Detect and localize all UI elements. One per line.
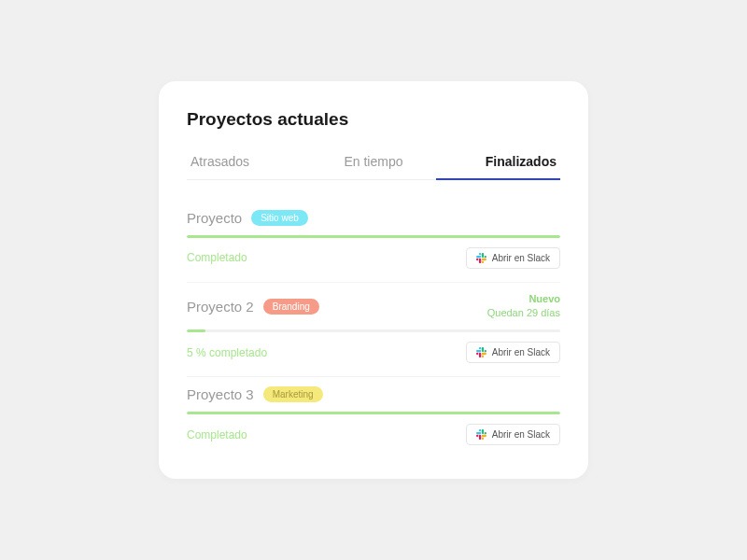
project-side-info: Nuevo Quedan 29 días — [487, 292, 560, 321]
project-row: Proyecto 3 Marketing Completado Abrir en… — [187, 377, 560, 445]
progress-bar — [187, 329, 560, 332]
project-name: Proyecto 2 — [187, 299, 254, 315]
tab-overdue[interactable]: Atrasados — [187, 147, 311, 180]
project-header: Proyecto 2 Branding Nuevo Quedan 29 días — [187, 292, 560, 321]
project-row: Proyecto Sitio web Completado Abrir en S… — [187, 201, 560, 283]
project-footer: Completado Abrir en Slack — [187, 247, 560, 269]
progress-bar — [187, 235, 560, 238]
slack-icon — [476, 429, 486, 440]
project-status: Completado — [187, 428, 247, 441]
project-name-wrap: Proyecto Sitio web — [187, 210, 308, 226]
open-in-slack-button[interactable]: Abrir en Slack — [466, 247, 560, 269]
open-in-slack-button[interactable]: Abrir en Slack — [466, 342, 560, 363]
project-tag: Sitio web — [251, 210, 308, 226]
project-name: Proyecto 3 — [187, 386, 254, 402]
project-tag: Marketing — [263, 386, 323, 402]
project-row: Proyecto 2 Branding Nuevo Quedan 29 días… — [187, 283, 560, 378]
project-new-badge: Nuevo — [487, 292, 560, 306]
progress-fill — [187, 412, 560, 414]
project-name-wrap: Proyecto 2 Branding — [187, 299, 319, 315]
progress-fill — [187, 235, 560, 238]
tab-on-time[interactable]: En tiempo — [311, 147, 435, 180]
progress-fill — [187, 329, 205, 332]
card-title: Proyectos actuales — [187, 109, 560, 130]
slack-button-label: Abrir en Slack — [492, 347, 550, 357]
slack-icon — [476, 347, 486, 357]
slack-icon — [476, 253, 486, 263]
project-footer: 5 % completado Abrir en Slack — [187, 342, 560, 363]
tab-finished[interactable]: Finalizados — [436, 147, 560, 180]
open-in-slack-button[interactable]: Abrir en Slack — [466, 424, 560, 445]
project-header: Proyecto Sitio web — [187, 210, 560, 226]
projects-card: Proyectos actuales Atrasados En tiempo F… — [159, 81, 588, 480]
slack-button-label: Abrir en Slack — [492, 253, 550, 263]
project-status: 5 % completado — [187, 346, 267, 359]
tabs: Atrasados En tiempo Finalizados — [187, 147, 560, 180]
project-status: Completado — [187, 251, 247, 264]
progress-bar — [187, 412, 560, 414]
project-footer: Completado Abrir en Slack — [187, 424, 560, 445]
project-tag: Branding — [263, 299, 319, 315]
slack-button-label: Abrir en Slack — [492, 429, 550, 440]
project-name: Proyecto — [187, 210, 242, 226]
project-header: Proyecto 3 Marketing — [187, 386, 560, 402]
project-name-wrap: Proyecto 3 Marketing — [187, 386, 323, 402]
project-days-left: Quedan 29 días — [487, 306, 560, 320]
